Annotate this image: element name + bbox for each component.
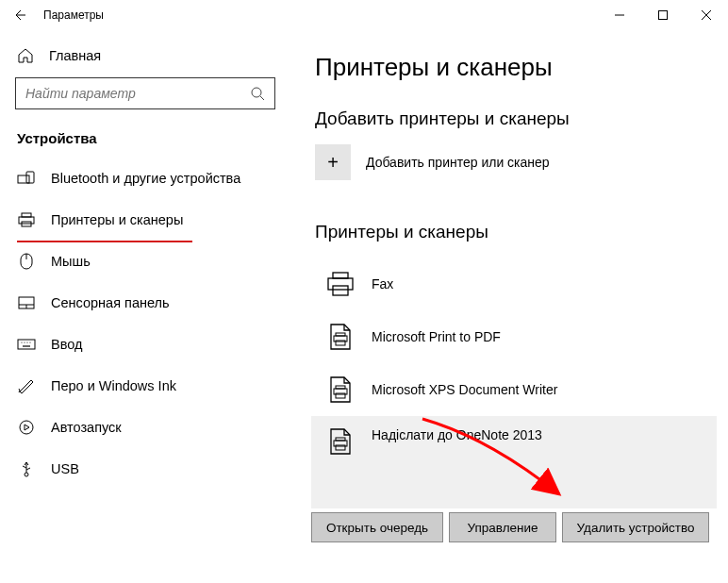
svg-rect-25 [336, 333, 345, 336]
sidebar-item-typing[interactable]: Ввод [15, 324, 275, 365]
search-icon [250, 86, 265, 101]
printer-name: Fax [372, 276, 393, 292]
printer-name: Microsoft XPS Document Writer [372, 382, 557, 397]
svg-rect-3 [26, 172, 34, 183]
svg-rect-31 [336, 438, 345, 441]
remove-device-button[interactable]: Удалить устройство [562, 512, 709, 542]
printer-icon [17, 212, 36, 227]
sidebar-item-label: Bluetooth и другие устройства [51, 171, 240, 186]
sidebar-item-usb[interactable]: USB [15, 448, 275, 490]
pen-icon [17, 378, 36, 393]
search-input[interactable] [25, 86, 250, 101]
usb-icon [17, 460, 36, 477]
svg-rect-22 [328, 278, 353, 290]
svg-point-14 [24, 341, 25, 342]
printer-file-icon [324, 427, 356, 456]
printer-item-pdf[interactable]: Microsoft Print to PDF [315, 310, 717, 363]
sidebar-item-label: Автозапуск [51, 420, 122, 435]
maximize-button[interactable] [641, 0, 685, 30]
add-printer-row[interactable]: + Добавить принтер или сканер [315, 144, 717, 180]
main-content: Принтеры и сканеры Добавить принтеры и с… [290, 30, 728, 583]
home-icon [17, 47, 34, 64]
sidebar-item-label: Мышь [51, 254, 91, 269]
printer-item-xps[interactable]: Microsoft XPS Document Writer [315, 363, 717, 416]
svg-rect-5 [19, 217, 34, 224]
svg-rect-2 [18, 175, 29, 183]
open-queue-button[interactable]: Открыть очередь [311, 512, 443, 542]
sidebar-item-pen[interactable]: Перо и Windows Ink [15, 365, 275, 407]
sidebar-item-label: Перо и Windows Ink [51, 378, 176, 393]
manage-button[interactable]: Управление [449, 512, 556, 542]
sidebar-home-label: Главная [49, 48, 101, 63]
devices-icon [17, 171, 36, 186]
keyboard-icon [17, 339, 36, 350]
svg-rect-4 [22, 213, 31, 217]
svg-point-15 [26, 341, 27, 342]
printer-item-fax[interactable]: Fax [315, 258, 717, 310]
sidebar-item-mouse[interactable]: Мышь [15, 241, 275, 282]
close-button[interactable] [685, 0, 728, 30]
sidebar: Главная Устройства Bluetooth и другие ус… [0, 30, 290, 583]
printer-file-icon [324, 375, 356, 404]
add-printer-label: Добавить принтер или сканер [366, 155, 550, 170]
sidebar-item-label: Принтеры и сканеры [51, 212, 183, 227]
minimize-button[interactable] [598, 0, 641, 30]
svg-rect-23 [333, 286, 348, 295]
window-title: Параметры [43, 8, 104, 22]
printer-name: Microsoft Print to PDF [372, 329, 501, 344]
page-title: Принтеры и сканеры [315, 53, 717, 82]
sidebar-item-bluetooth[interactable]: Bluetooth и другие устройства [15, 158, 275, 199]
sidebar-category: Устройства [15, 130, 275, 146]
sidebar-item-label: Ввод [51, 337, 82, 352]
plus-icon: + [315, 144, 351, 180]
printer-name: Надіслати до OneNote 2013 [372, 427, 542, 442]
add-section-title: Добавить принтеры и сканеры [315, 108, 717, 129]
sidebar-home[interactable]: Главная [15, 40, 275, 77]
svg-point-18 [20, 421, 33, 434]
svg-point-16 [29, 341, 30, 342]
search-box[interactable] [15, 77, 275, 109]
svg-rect-0 [659, 11, 668, 20]
back-button[interactable] [8, 4, 30, 26]
sidebar-item-autoplay[interactable]: Автозапуск [15, 407, 275, 448]
autoplay-icon [17, 420, 36, 435]
printer-actions: Открыть очередь Управление Удалить устро… [311, 512, 717, 542]
sidebar-item-label: Сенсорная панель [51, 295, 170, 310]
printer-item-onenote[interactable]: Надіслати до OneNote 2013 [311, 416, 717, 508]
svg-point-13 [21, 341, 22, 342]
svg-point-19 [25, 473, 28, 476]
svg-rect-28 [336, 386, 345, 389]
sidebar-item-printers[interactable]: Принтеры и сканеры [15, 199, 275, 241]
svg-rect-21 [333, 273, 348, 278]
printer-file-icon [324, 323, 356, 351]
sidebar-item-touchpad[interactable]: Сенсорная панель [15, 282, 275, 324]
mouse-icon [17, 253, 36, 270]
printer-icon [324, 271, 356, 297]
svg-point-1 [252, 88, 261, 97]
titlebar: Параметры [0, 0, 728, 30]
svg-rect-12 [18, 340, 35, 349]
sidebar-item-label: USB [51, 461, 79, 476]
touchpad-icon [17, 296, 36, 309]
list-section-title: Принтеры и сканеры [315, 222, 717, 242]
